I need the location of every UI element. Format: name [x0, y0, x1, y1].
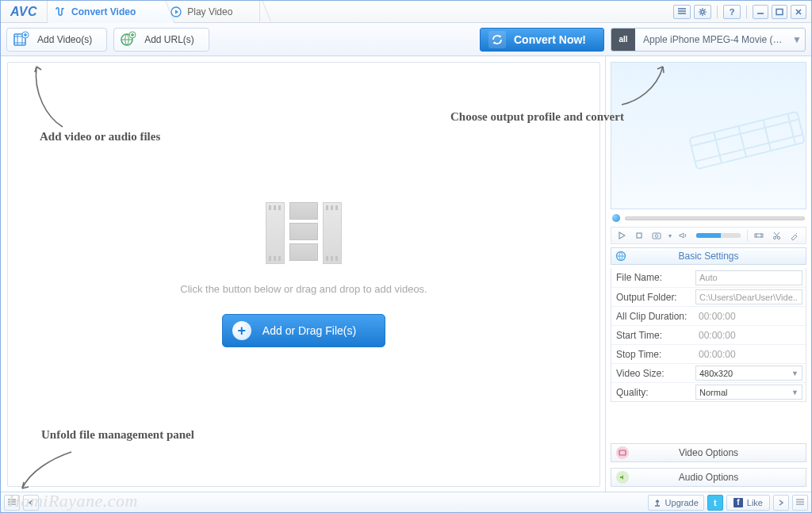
play-icon[interactable]: [614, 229, 630, 242]
setting-label: Video Size:: [611, 368, 692, 379]
help-icon[interactable]: ?: [723, 5, 741, 19]
profile-label: Apple iPhone MPEG-4 Movie (*.mp4): [635, 34, 789, 45]
settings-row: Stop Time:00:00:00: [611, 344, 806, 363]
setting-label: Quality:: [611, 387, 692, 398]
film-placeholder-icon: [266, 202, 342, 264]
setting-label: File Name:: [611, 272, 692, 283]
settings-row: Output Folder:: [611, 287, 806, 306]
setting-combobox[interactable]: Normal▼: [695, 385, 802, 400]
svg-rect-21: [619, 450, 626, 455]
volume-icon[interactable]: [676, 229, 691, 242]
volume-slider[interactable]: [696, 233, 741, 238]
panel-toggle-left-button[interactable]: [4, 495, 20, 511]
video-preview: [611, 62, 806, 209]
profile-all-icon: all: [611, 29, 635, 51]
preview-scrubber[interactable]: [611, 212, 806, 224]
drop-hint: Click the button below or drag and drop …: [180, 283, 427, 295]
setting-combobox[interactable]: 480x320▼: [695, 366, 802, 381]
button-label: Video Options: [679, 447, 738, 458]
scrubber-handle-icon[interactable]: [612, 214, 620, 222]
add-urls-button[interactable]: Add URL(s): [113, 28, 209, 52]
setting-value: 00:00:00: [695, 330, 736, 341]
svg-rect-2: [776, 9, 783, 14]
button-label: Add Video(s): [37, 34, 92, 45]
settings-row: File Name:: [611, 268, 806, 287]
title-buttons: ?: [668, 1, 811, 22]
panel-collapse-left-button[interactable]: [23, 495, 39, 511]
svg-point-16: [655, 235, 658, 238]
setting-label: Stop Time:: [611, 349, 692, 360]
close-button[interactable]: [791, 5, 806, 19]
settings-row: Quality:Normal▼: [611, 382, 806, 401]
settings-icon[interactable]: [694, 5, 711, 19]
twitter-button[interactable]: t: [707, 495, 723, 511]
tab-play-video[interactable]: Play Video: [163, 1, 260, 23]
button-label: Convert Now!: [514, 33, 586, 46]
convert-now-button[interactable]: Convert Now!: [480, 28, 604, 52]
upload-icon: [653, 499, 661, 507]
settings-row: Start Time:00:00:00: [611, 325, 806, 344]
panel-collapse-right-button[interactable]: [773, 495, 789, 511]
svg-point-1: [701, 10, 704, 13]
add-videos-button[interactable]: Add Video(s): [6, 28, 107, 52]
film-add-icon: [12, 31, 29, 48]
setting-label: All Clip Duration:: [611, 311, 692, 322]
settings-grid: File Name:Output Folder:All Clip Duratio…: [611, 268, 806, 402]
audio-icon: [616, 471, 629, 484]
upgrade-button[interactable]: Upgrade: [648, 495, 704, 511]
filmstrip-watermark-icon: [684, 109, 806, 172]
tab-label: Play Video: [187, 6, 232, 17]
title-bar: AVC Convert Video Play Video ?: [1, 1, 811, 23]
setting-label: Start Time:: [611, 330, 692, 341]
effects-icon[interactable]: [786, 229, 802, 242]
convert-icon: [54, 6, 67, 18]
svg-rect-15: [653, 233, 661, 239]
setting-input[interactable]: [695, 289, 802, 304]
maximize-button[interactable]: [772, 5, 787, 19]
settings-row: All Clip Duration:00:00:00: [611, 306, 806, 325]
settings-row: Video Size:480x320▼: [611, 363, 806, 382]
chevron-down-icon: ▼: [791, 389, 799, 396]
chevron-down-icon: ▼: [789, 34, 805, 45]
setting-input[interactable]: [695, 270, 802, 285]
snapshot-dropdown-icon[interactable]: ▾: [666, 229, 674, 242]
stop-icon[interactable]: [631, 229, 647, 242]
setting-value: 00:00:00: [695, 349, 736, 360]
cut-icon[interactable]: [768, 229, 784, 242]
setting-value: 00:00:00: [695, 311, 736, 322]
add-or-drag-files-button[interactable]: + Add or Drag File(s): [222, 314, 385, 347]
refresh-icon: [488, 31, 506, 48]
button-label: Like: [747, 498, 763, 507]
minimize-button[interactable]: [753, 5, 768, 19]
app-window: AVC Convert Video Play Video ?: [0, 0, 812, 513]
tab-convert-video[interactable]: Convert Video: [48, 1, 163, 23]
preview-controls: ▾: [611, 227, 806, 244]
svg-rect-7: [689, 112, 805, 170]
svg-line-10: [714, 132, 722, 163]
button-label: Add or Drag File(s): [262, 324, 356, 337]
play-icon: [170, 6, 182, 18]
drop-zone[interactable]: Click the button below or drag and drop …: [7, 62, 600, 487]
basic-settings-header[interactable]: Basic Settings: [611, 247, 806, 265]
button-label: Upgrade: [665, 498, 699, 507]
header-label: Basic Settings: [678, 251, 738, 262]
svg-line-8: [691, 119, 799, 146]
setting-label: Output Folder:: [611, 292, 692, 303]
facebook-like-button[interactable]: f Like: [726, 495, 770, 511]
snapshot-icon[interactable]: [649, 229, 665, 242]
globe-add-icon: [119, 31, 136, 48]
tab-label: Convert Video: [71, 6, 136, 17]
output-profile-selector[interactable]: all Apple iPhone MPEG-4 Movie (*.mp4) ▼: [611, 28, 806, 52]
list-icon[interactable]: [673, 5, 691, 19]
trim-icon[interactable]: [751, 229, 767, 242]
svg-line-12: [763, 120, 771, 151]
status-bar: Upgrade t f Like: [1, 492, 811, 512]
panel-toggle-right-button[interactable]: [792, 495, 808, 511]
side-panel: ▾ Basic Settings File Name:Output Folder…: [605, 56, 811, 492]
audio-options-button[interactable]: Audio Options: [611, 468, 806, 487]
svg-line-9: [695, 135, 802, 162]
video-options-button[interactable]: Video Options: [611, 443, 806, 462]
button-label: Add URL(s): [144, 34, 194, 45]
svg-line-13: [787, 114, 795, 145]
video-icon: [616, 446, 629, 459]
